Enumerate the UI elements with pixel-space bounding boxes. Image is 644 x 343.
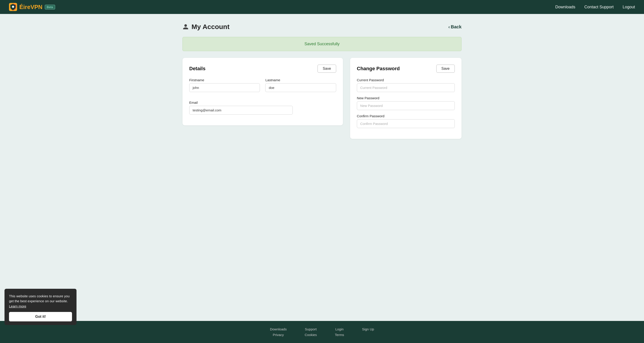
- footer-link-terms[interactable]: Terms: [335, 333, 344, 337]
- footer-col-1: Downloads Privacy: [270, 327, 287, 337]
- email-input[interactable]: [189, 106, 293, 114]
- nav-contact-support[interactable]: Contact Support: [584, 5, 614, 10]
- success-banner: Saved Successfully: [182, 37, 462, 51]
- footer-link-signup[interactable]: Sign Up: [362, 327, 374, 331]
- footer-col-4: Sign Up: [362, 327, 374, 337]
- firstname-label: Firstname: [189, 78, 260, 82]
- footer-col-3: Login Terms: [335, 327, 344, 337]
- brand-name: ÉireVPN: [19, 4, 42, 10]
- details-card-title: Details: [189, 66, 206, 72]
- email-group: Email: [189, 100, 336, 114]
- confirm-password-label: Confirm Password: [357, 114, 455, 118]
- back-chevron-icon: ‹: [448, 24, 450, 30]
- cookie-message: This website uses cookies to ensure you …: [9, 294, 72, 309]
- svg-point-1: [12, 6, 14, 8]
- footer: Downloads Privacy Support Cookies Login …: [0, 321, 644, 343]
- navbar-links: Downloads Contact Support Logout: [555, 5, 635, 10]
- page-header: My Account ‹ Back: [182, 23, 462, 30]
- new-password-input[interactable]: [357, 101, 455, 110]
- firstname-input[interactable]: [189, 83, 260, 92]
- details-card: Details Save Firstname Lastname Email: [182, 58, 343, 125]
- confirm-password-group: Confirm Password: [357, 114, 455, 128]
- footer-link-login[interactable]: Login: [335, 327, 344, 331]
- password-card-header: Change Password Save: [357, 64, 455, 73]
- brand-beta-badge: Beta: [45, 5, 55, 10]
- firstname-group: Firstname: [189, 78, 260, 92]
- email-label: Email: [189, 100, 336, 104]
- brand: ÉireVPN Beta: [9, 3, 555, 11]
- cookie-banner: This website uses cookies to ensure you …: [4, 289, 76, 325]
- confirm-password-input[interactable]: [357, 119, 455, 128]
- back-link[interactable]: ‹ Back: [448, 24, 462, 30]
- page-title-text: My Account: [192, 23, 230, 30]
- main-content: My Account ‹ Back Saved Successfully Det…: [164, 14, 480, 321]
- lastname-group: Lastname: [265, 78, 336, 92]
- cookie-text-content: This website uses cookies to ensure you …: [9, 294, 70, 303]
- user-icon: [182, 24, 189, 30]
- brand-logo-icon: [9, 3, 17, 11]
- navbar: ÉireVPN Beta Downloads Contact Support L…: [0, 0, 644, 14]
- new-password-label: New Password: [357, 96, 455, 100]
- current-password-input[interactable]: [357, 83, 455, 92]
- footer-link-downloads[interactable]: Downloads: [270, 327, 287, 331]
- footer-link-privacy[interactable]: Privacy: [273, 333, 284, 337]
- nav-logout[interactable]: Logout: [622, 5, 635, 10]
- page-title-area: My Account: [182, 23, 230, 30]
- got-it-button[interactable]: Got it!: [9, 312, 72, 322]
- footer-col-2: Support Cookies: [305, 327, 317, 337]
- current-password-group: Current Password: [357, 78, 455, 92]
- password-card-title: Change Password: [357, 66, 400, 72]
- name-form-row: Firstname Lastname: [189, 78, 336, 96]
- footer-link-support[interactable]: Support: [305, 327, 317, 331]
- password-save-button[interactable]: Save: [436, 64, 455, 73]
- details-save-button[interactable]: Save: [318, 64, 336, 73]
- password-card: Change Password Save Current Password Ne…: [350, 58, 462, 139]
- lastname-label: Lastname: [265, 78, 336, 82]
- details-card-header: Details Save: [189, 64, 336, 73]
- current-password-label: Current Password: [357, 78, 455, 82]
- cards-row: Details Save Firstname Lastname Email: [182, 58, 462, 139]
- nav-downloads[interactable]: Downloads: [555, 5, 575, 10]
- back-label: Back: [451, 24, 462, 30]
- learn-more-link[interactable]: Learn more: [9, 304, 26, 308]
- lastname-input[interactable]: [265, 83, 336, 92]
- footer-link-cookies[interactable]: Cookies: [305, 333, 317, 337]
- new-password-group: New Password: [357, 96, 455, 110]
- success-message: Saved Successfully: [304, 42, 340, 46]
